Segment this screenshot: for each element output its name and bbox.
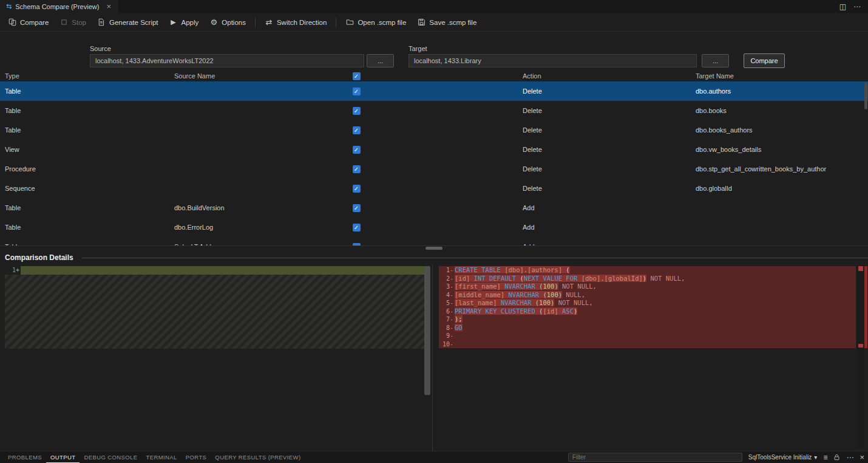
target-diff-editor[interactable]: 1-CREATE TABLE [dbo].[authors] (2-[id] I… — [439, 266, 856, 448]
include-checkbox[interactable]: ✓ — [353, 146, 361, 154]
editor-more-actions-icon[interactable]: ⋯ — [853, 2, 861, 11]
panel-tab-ports[interactable]: PORTS — [181, 451, 211, 463]
stop-icon — [59, 18, 68, 27]
diff-line[interactable]: 2-[id] INT DEFAULT (NEXT VALUE FOR [dbo]… — [439, 275, 856, 283]
include-checkbox[interactable]: ✓ — [353, 107, 361, 115]
generate-script-button[interactable]: Generate Script — [92, 15, 164, 30]
line-number: 2- — [439, 275, 455, 283]
table-row[interactable]: Table✓Deletedbo.books_authors — [0, 120, 868, 140]
header-rule — [82, 258, 868, 258]
include-checkbox[interactable]: ✓ — [353, 185, 361, 193]
panel-tab-output[interactable]: OUTPUT — [46, 451, 80, 463]
toolbar-button-label: Stop — [72, 19, 86, 26]
row-type: Table — [5, 87, 174, 95]
column-source-name[interactable]: Source Name — [174, 72, 350, 80]
source-input[interactable] — [90, 54, 364, 67]
panel-resize-handle[interactable] — [426, 247, 442, 250]
panel-tab-terminal[interactable]: TERMINAL — [142, 451, 181, 463]
line-number: 9- — [439, 332, 455, 340]
include-checkbox[interactable]: ✓ — [353, 126, 361, 134]
source-browse-button[interactable]: ... — [367, 54, 394, 67]
row-action: Delete — [523, 107, 696, 114]
row-action: Delete — [523, 87, 696, 95]
toolbar-separator — [255, 18, 256, 27]
source-diff-editor[interactable]: 1+ — [5, 266, 425, 448]
table-row[interactable]: TableSalesLT.Address✓Add — [0, 237, 868, 245]
panel-tab-problems[interactable]: PROBLEMS — [4, 451, 46, 463]
results-rows: Table✓Deletedbo.authorsTable✓Deletedbo.b… — [0, 81, 868, 245]
line-number: 5- — [439, 299, 455, 307]
close-tab-icon[interactable]: × — [106, 2, 111, 10]
table-row[interactable]: Sequence✓Deletedbo.globalId — [0, 179, 868, 198]
target-label: Target — [409, 45, 427, 52]
column-type[interactable]: Type — [5, 72, 174, 80]
close-panel-icon[interactable]: × — [860, 453, 864, 462]
target-input[interactable] — [409, 54, 697, 67]
include-checkbox[interactable]: ✓ — [353, 165, 361, 173]
open-scmp-button[interactable]: Open .scmp file — [340, 15, 412, 30]
pane-divider — [432, 265, 433, 451]
diff-line[interactable]: 8-GO — [439, 324, 856, 332]
table-row[interactable]: Procedure✓Deletedbo.stp_get_all_cowritte… — [0, 159, 868, 179]
open-file-icon — [345, 18, 354, 27]
diff-scrollbar[interactable] — [424, 266, 430, 395]
diff-line[interactable]: 10- — [439, 340, 856, 349]
panel-tab-debug-console[interactable]: DEBUG CONSOLE — [80, 451, 141, 463]
apply-button[interactable]: ▶Apply — [164, 15, 205, 30]
diff-line[interactable]: 5-[last_name] NVARCHAR (100) NOT NULL, — [439, 299, 856, 307]
diff-line[interactable]: 9- — [439, 332, 856, 340]
compare-toolbar-button[interactable]: Compare — [2, 15, 54, 30]
tab-title: Schema Compare (Preview) — [15, 3, 99, 10]
schema-compare-icon: ⇆ — [6, 2, 12, 10]
row-action: Add — [523, 204, 696, 211]
target-browse-button[interactable]: ... — [702, 54, 729, 67]
table-row[interactable]: Tabledbo.ErrorLog✓Add — [0, 218, 868, 237]
filter-input[interactable] — [568, 453, 742, 462]
overview-ruler — [857, 266, 864, 448]
stop-button: Stop — [54, 15, 92, 30]
row-action: Delete — [523, 185, 696, 192]
toolbar-button-label: Switch Direction — [277, 19, 327, 26]
results-scrollbar[interactable] — [864, 83, 867, 109]
diff-view: 1+ 1-CREATE TABLE [dbo].[authors] (2-[id… — [0, 265, 868, 451]
table-row[interactable]: Table✓Deletedbo.authors — [0, 81, 868, 101]
table-row[interactable]: Tabledbo.BuildVersion✓Add — [0, 198, 868, 218]
include-checkbox[interactable]: ✓ — [353, 87, 361, 95]
save-scmp-button[interactable]: Save .scmp file — [412, 15, 482, 30]
row-type: Table — [5, 107, 174, 114]
row-type: Table — [5, 224, 174, 231]
column-target-name[interactable]: Target Name — [696, 72, 868, 80]
options-button[interactable]: ⚙Options — [204, 15, 251, 30]
row-type: Table — [5, 204, 174, 211]
row-type: Table — [5, 126, 174, 134]
more-actions-icon[interactable]: ⋯ — [846, 453, 853, 462]
gear-icon: ⚙ — [209, 18, 218, 27]
diff-line[interactable]: 6-PRIMARY KEY CLUSTERED ([id] ASC) — [439, 307, 856, 316]
column-action[interactable]: Action — [523, 72, 696, 80]
diff-line[interactable]: 4-[middle_name] NVARCHAR (100) NULL, — [439, 291, 856, 300]
switch-direction-button[interactable]: ⇄Switch Direction — [259, 15, 332, 30]
row-action: Delete — [523, 165, 696, 173]
include-checkbox[interactable]: ✓ — [353, 224, 361, 231]
row-action: Delete — [523, 146, 696, 153]
select-all-checkbox[interactable]: ✓ — [353, 72, 361, 80]
tab-schema-compare[interactable]: ⇆ Schema Compare (Preview) × — [0, 0, 118, 13]
diff-line[interactable]: 1-CREATE TABLE [dbo].[authors] ( — [439, 266, 856, 275]
output-channel-select[interactable]: SqlToolsService Initializ ▾ — [748, 454, 818, 461]
table-row[interactable]: Table✓Deletedbo.books — [0, 101, 868, 120]
include-checkbox[interactable]: ✓ — [353, 204, 361, 212]
compare-icon — [8, 18, 16, 27]
diff-line[interactable]: 1+ — [5, 266, 425, 275]
table-row[interactable]: View✓Deletedbo.vw_books_details — [0, 140, 868, 159]
diff-line[interactable]: 7-); — [439, 315, 856, 324]
list-icon[interactable]: ≡ — [823, 453, 827, 462]
line-number: 1+ — [5, 266, 21, 275]
row-type: View — [5, 146, 174, 153]
toolbar-button-label: Apply — [181, 19, 199, 26]
editor-tab-bar: ⇆ Schema Compare (Preview) × ◫ ⋯ — [0, 0, 868, 13]
panel-tab-query-results-preview[interactable]: QUERY RESULTS (PREVIEW) — [211, 451, 305, 463]
lock-icon[interactable] — [833, 454, 840, 461]
split-editor-icon[interactable]: ◫ — [839, 2, 846, 11]
diff-line[interactable]: 3-[first_name] NVARCHAR (100) NOT NULL, — [439, 283, 856, 291]
compare-button[interactable]: Compare — [744, 53, 785, 68]
